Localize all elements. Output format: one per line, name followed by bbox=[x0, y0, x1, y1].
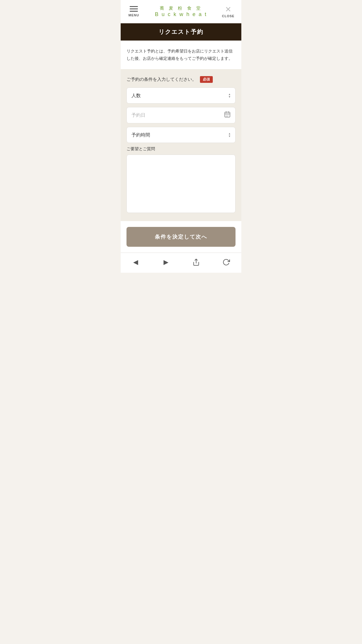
forward-button[interactable]: ▶ bbox=[157, 256, 175, 268]
form-section: ご予約の条件を入力してください。 必須 人数 1名 2名 3名 4名 5名 6名… bbox=[121, 69, 241, 221]
hamburger-icon bbox=[130, 6, 138, 12]
close-label: CLOSE bbox=[222, 14, 235, 18]
description-section: リクエスト予約とは、予約希望日をお店にリクエスト送信した後、お店から確定連絡をも… bbox=[121, 41, 241, 69]
logo: 蕎 麦 粉 食 堂 B u c k w h e a t bbox=[155, 5, 207, 18]
header: MENU 蕎 麦 粉 食 堂 B u c k w h e a t ✕ CLOSE bbox=[121, 0, 241, 23]
people-select[interactable]: 人数 1名 2名 3名 4名 5名 6名以上 bbox=[126, 88, 236, 104]
close-button[interactable]: ✕ CLOSE bbox=[221, 6, 236, 18]
description-text: リクエスト予約とは、予約希望日をお店にリクエスト送信した後、お店から確定連絡をも… bbox=[126, 48, 236, 62]
requests-textarea[interactable] bbox=[126, 155, 236, 213]
close-icon: ✕ bbox=[225, 6, 231, 13]
submit-section: 条件を決定して次へ bbox=[121, 221, 241, 253]
people-field-wrapper: 人数 1名 2名 3名 4名 5名 6名以上 ▲ ▼ bbox=[126, 88, 236, 104]
bottom-nav: ◀ ▶ bbox=[121, 253, 241, 273]
time-field-wrapper: 予約時間 11:00 11:30 12:00 12:30 13:00 18:00… bbox=[126, 127, 236, 143]
share-icon bbox=[192, 258, 200, 266]
share-button[interactable] bbox=[187, 256, 205, 268]
refresh-icon bbox=[222, 258, 230, 266]
forward-icon: ▶ bbox=[164, 258, 168, 266]
conditions-label: ご予約の条件を入力してください。 bbox=[126, 77, 196, 82]
logo-roman: B u c k w h e a t bbox=[155, 11, 207, 18]
page-title: リクエスト予約 bbox=[159, 29, 203, 35]
form-label-row: ご予約の条件を入力してください。 必須 bbox=[126, 76, 236, 83]
date-field-wrapper bbox=[126, 107, 236, 123]
requests-label: ご要望とご質問 bbox=[126, 146, 236, 152]
logo-kanji: 蕎 麦 粉 食 堂 bbox=[155, 5, 207, 11]
date-input[interactable] bbox=[126, 107, 236, 123]
page-title-banner: リクエスト予約 bbox=[121, 23, 241, 41]
submit-button[interactable]: 条件を決定して次へ bbox=[126, 227, 236, 247]
back-button[interactable]: ◀ bbox=[127, 256, 145, 268]
required-badge: 必須 bbox=[200, 76, 213, 83]
refresh-button[interactable] bbox=[217, 256, 235, 268]
back-icon: ◀ bbox=[133, 258, 138, 266]
menu-button[interactable]: MENU bbox=[126, 6, 141, 17]
menu-label: MENU bbox=[129, 13, 139, 17]
time-select[interactable]: 予約時間 11:00 11:30 12:00 12:30 13:00 18:00… bbox=[126, 127, 236, 143]
